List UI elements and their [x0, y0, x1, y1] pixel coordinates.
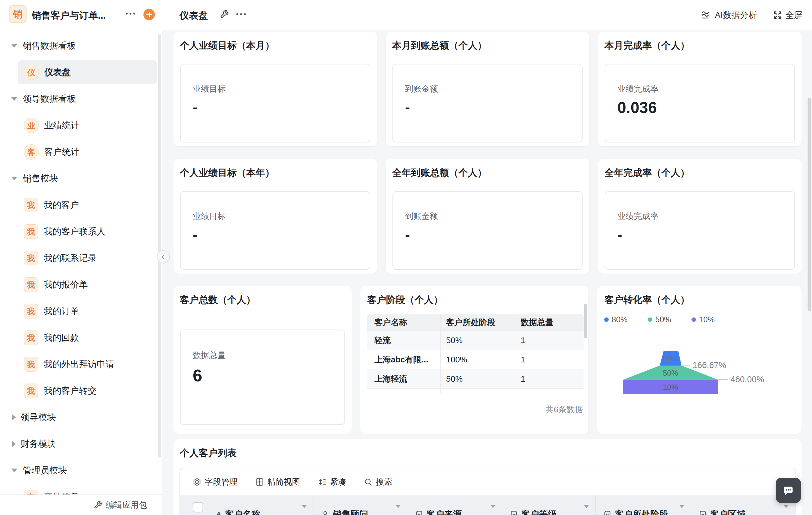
card-year-received-total: 全年到账总额（个人） 到账金额 - — [386, 159, 589, 274]
add-app-button[interactable] — [143, 9, 155, 20]
sidebar-group-sales-dashboard[interactable]: 销售数据看板 — [0, 32, 162, 59]
my-icon: 我 — [24, 304, 38, 318]
table-row[interactable]: 上海轻流科技... — [367, 389, 584, 393]
card-personal-target-year: 个人业绩目标（本年） 业绩目标 - — [173, 159, 377, 274]
grid-view-icon — [255, 478, 264, 486]
select-field-icon — [510, 510, 518, 515]
column-dropdown-icon[interactable] — [584, 505, 589, 508]
column-dropdown-icon[interactable] — [396, 505, 401, 508]
stat-box: 数据总量 6 — [180, 330, 345, 425]
sidebar-item-my-contacts[interactable]: 我 我的客户联系人 — [0, 218, 162, 245]
sidebar-item-my-quotes[interactable]: 我 我的报价单 — [0, 271, 162, 298]
cell-customer-name: 上海abc有限... — [367, 350, 441, 369]
dashboard-settings-button[interactable] — [220, 10, 229, 19]
compact-view-button[interactable]: 精简视图 — [255, 477, 300, 487]
sidebar-group-leader-module[interactable]: 领导模块 — [0, 404, 162, 431]
customer-list-table: 字段管理 精简视图 — [179, 467, 795, 515]
chevron-left-icon — [159, 253, 168, 261]
ai-analysis-icon — [701, 10, 712, 20]
search-button[interactable]: 搜索 — [364, 477, 393, 487]
column-dropdown-icon[interactable] — [679, 505, 684, 508]
ai-analysis-label: AI数据分析 — [715, 9, 757, 21]
item-label: 我的订单 — [44, 305, 79, 317]
main-scrollbar[interactable] — [808, 98, 811, 311]
card-title: 个人业绩目标（本年） — [180, 167, 274, 179]
row-density-button[interactable]: 紧凑 — [318, 477, 346, 487]
stat-value: - — [405, 226, 410, 243]
fullscreen-button[interactable]: 全屏 — [773, 9, 803, 21]
stat-value: 0.036 — [617, 98, 657, 117]
table-row[interactable]: 轻流 50% 1 — [367, 331, 584, 350]
table-row[interactable]: 上海abc有限... 100% 1 — [367, 350, 584, 369]
sidebar-item-my-customers[interactable]: 我 我的客户 — [0, 192, 162, 218]
ai-analysis-button[interactable]: AI数据分析 — [701, 9, 757, 21]
edit-app-package-button[interactable]: 编辑应用包 — [106, 499, 147, 511]
card-title: 全年完成率（个人） — [604, 167, 690, 179]
select-all-checkbox[interactable] — [193, 502, 203, 513]
sidebar-item-my-contact-records[interactable]: 我 我的联系记录 — [0, 245, 162, 271]
stat-box: 业绩完成率 0.036 — [605, 64, 795, 143]
stat-label: 数据总量 — [193, 350, 226, 361]
item-label: 我的报价单 — [44, 279, 88, 291]
column-header-customer-name[interactable]: A 客户名称 — [208, 495, 313, 515]
field-manage-button[interactable]: 字段管理 — [193, 477, 238, 487]
column-header-customer-source[interactable]: 客户来源 — [407, 495, 502, 515]
stat-value: - — [617, 226, 622, 243]
card-personal-target-month: 个人业绩目标（本月） 业绩目标 - — [173, 32, 377, 146]
sidebar-item-performance-stats[interactable]: 业 业绩统计 — [0, 112, 162, 139]
select-field-icon — [415, 510, 424, 515]
column-dropdown-icon[interactable] — [784, 505, 789, 508]
toolbar-label: 精简视图 — [267, 477, 300, 487]
stat-box: 业绩完成率 - — [605, 191, 795, 270]
chat-bubble-icon — [782, 484, 795, 497]
column-header-customer-grade[interactable]: 客户等级 — [502, 495, 596, 515]
column-dropdown-icon[interactable] — [302, 505, 307, 508]
app-more-button[interactable] — [126, 12, 135, 15]
dashboard-canvas: 个人业绩目标（本月） 业绩目标 - 本月到账总额（个人） 到账金额 - 本月完成… — [162, 30, 812, 515]
stat-value: 6 — [193, 366, 202, 385]
column-header-sales-advisor[interactable]: 销售顾问 — [313, 495, 407, 515]
table-row[interactable]: 上海轻流 50% 1 — [367, 369, 584, 389]
legend-item[interactable]: 10% — [691, 315, 715, 324]
sidebar-group-admin-module[interactable]: 管理员模块 — [0, 457, 162, 484]
sidebar-group-sales-module[interactable]: 销售模块 — [0, 165, 162, 192]
card-month-received-total: 本月到账总额（个人） 到账金额 - — [386, 32, 589, 146]
sidebar-group-finance-module[interactable]: 财务模块 — [0, 431, 162, 457]
more-icon — [236, 13, 246, 15]
column-header-customer-stage[interactable]: 客户所处阶段 — [596, 495, 691, 515]
cell-stage: 100% — [441, 350, 515, 369]
sidebar-item-my-payments[interactable]: 我 我的回款 — [0, 324, 162, 351]
column-dropdown-icon[interactable] — [490, 505, 495, 508]
card-title: 全年到账总额（个人） — [392, 167, 487, 179]
sidebar-item-my-visit-requests[interactable]: 我 我的外出拜访申请 — [0, 351, 162, 377]
density-icon — [318, 478, 326, 486]
sidebar-group-leader-dashboard[interactable]: 领导数据看板 — [0, 86, 162, 112]
dashboard-more-button[interactable] — [236, 13, 246, 15]
chevron-right-icon — [12, 441, 16, 447]
sidebar-item-dashboard[interactable]: 仪 仪表盘 — [0, 59, 162, 86]
legend-item[interactable]: 80% — [604, 315, 628, 324]
search-icon — [364, 478, 373, 486]
card-conversion-funnel: 客户转化率（个人） 80% 50% 10% — [597, 286, 802, 434]
column-header: 数据总量 — [515, 314, 584, 331]
sidebar-item-my-orders[interactable]: 我 我的订单 — [0, 298, 162, 324]
legend-item[interactable]: 50% — [648, 315, 671, 324]
stat-label: 业绩完成率 — [617, 211, 659, 222]
sidebar-item-customer-stats[interactable]: 客 客户统计 — [0, 139, 162, 165]
feedback-chat-button[interactable] — [776, 478, 801, 503]
sidebar-collapse-button[interactable] — [157, 250, 170, 263]
my-icon: 我 — [24, 278, 38, 292]
stage-table-header: 客户名称 客户所处阶段 数据总量 — [367, 314, 584, 331]
main-area: 仪表盘 AI数据分析 — [162, 0, 812, 515]
customer-icon: 客 — [24, 144, 39, 160]
cell-count: 1 — [515, 350, 584, 369]
page-title: 仪表盘 — [179, 9, 208, 22]
card-title: 客户转化率（个人） — [604, 293, 690, 307]
cell-count — [515, 389, 584, 393]
sidebar: 销 销售客户与订单... 销售数据看板 仪 仪表盘 — [0, 0, 162, 515]
sidebar-item-my-customer-transfer[interactable]: 我 我的客户转交 — [0, 377, 162, 404]
sidebar-nav: 销售数据看板 仪 仪表盘 领导数据看板 业 业绩统计 客 客户统计 — [0, 32, 162, 510]
stat-label: 业绩目标 — [193, 211, 226, 222]
table-scrollbar[interactable] — [584, 304, 587, 338]
sidebar-scrollbar[interactable] — [158, 34, 161, 458]
